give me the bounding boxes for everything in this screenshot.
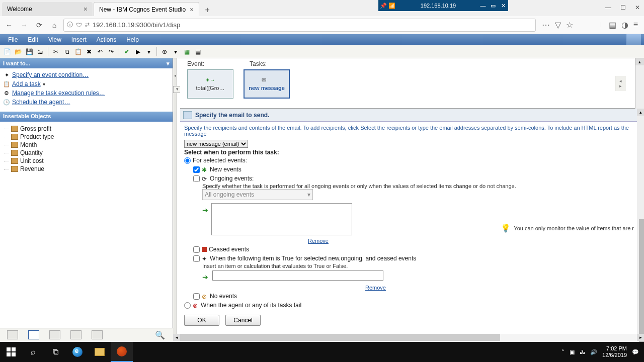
search-icon[interactable]: ⌕: [22, 342, 44, 362]
redo-icon[interactable]: ↷: [106, 47, 116, 57]
account-icon[interactable]: ◑: [621, 20, 628, 30]
paste-icon[interactable]: 📋: [73, 47, 83, 57]
perm-icon[interactable]: ⇄: [85, 22, 90, 28]
minimize-icon[interactable]: —: [605, 4, 611, 11]
grid-icon[interactable]: ▦: [182, 47, 192, 57]
canvas-vscroll[interactable]: ▴: [635, 58, 644, 109]
library-icon[interactable]: ⫴: [600, 20, 604, 30]
task-select[interactable]: new message (email): [184, 140, 248, 148]
start-button[interactable]: [0, 342, 22, 362]
new-tab-button[interactable]: +: [200, 4, 214, 16]
radio-for-selected[interactable]: [184, 157, 191, 164]
delete-icon[interactable]: ✖: [84, 47, 94, 57]
remove-link[interactable]: Remove: [308, 238, 329, 244]
tab-welcome[interactable]: Welcome ×: [2, 2, 93, 16]
detail-vscroll[interactable]: ▴: [637, 109, 644, 334]
tree-item[interactable]: Unit cost: [4, 157, 169, 165]
tab-parameters[interactable]: [70, 330, 82, 339]
tab-functions[interactable]: [49, 330, 60, 339]
ongoing-dropdown[interactable]: All ongoing events ▾: [202, 189, 313, 200]
validate-icon[interactable]: ✔: [122, 47, 132, 57]
save-icon[interactable]: 💾: [24, 47, 34, 57]
undo-icon[interactable]: ↶: [95, 47, 105, 57]
tray-chevron-icon[interactable]: ˄: [561, 349, 565, 355]
check-ceased[interactable]: [193, 246, 200, 253]
maximize-icon[interactable]: ☐: [620, 4, 626, 11]
home-button[interactable]: ⌂: [48, 19, 60, 31]
link-schedule-agent[interactable]: Schedule the agent…: [12, 99, 70, 106]
canvas-paginate[interactable]: ◂▸: [615, 76, 626, 91]
check-no-events[interactable]: [193, 293, 200, 300]
notifications-icon[interactable]: 💬: [632, 349, 639, 355]
menu-file[interactable]: File: [3, 36, 23, 43]
pocket-icon[interactable]: ▽: [555, 20, 561, 30]
splitter-left[interactable]: ◂ ▾: [173, 58, 177, 341]
network-icon[interactable]: 🖧: [580, 349, 585, 355]
link-add-task[interactable]: Add a task: [12, 80, 41, 87]
clock[interactable]: 7:02 PM 12/6/2019: [602, 345, 627, 358]
check-when-true[interactable]: [193, 255, 200, 262]
menu-view[interactable]: View: [43, 36, 66, 43]
menu-edit[interactable]: Edit: [23, 36, 43, 43]
star-icon[interactable]: ☆: [566, 20, 573, 30]
copy-icon[interactable]: ⧉: [62, 47, 72, 57]
taskbar-firefox[interactable]: [111, 342, 133, 362]
menu-icon[interactable]: ≡: [633, 20, 638, 30]
remove-link-2[interactable]: Remove: [365, 285, 386, 291]
reload-button[interactable]: ⟳: [33, 19, 45, 31]
tree-item[interactable]: Revenue: [4, 165, 169, 173]
search-icon[interactable]: 🔍: [155, 330, 166, 339]
tab-source[interactable]: [7, 330, 18, 339]
close-icon[interactable]: ×: [190, 6, 194, 14]
tray-app-icon[interactable]: ▣: [570, 349, 575, 355]
collapse-left-icon[interactable]: ◂: [174, 73, 176, 78]
menu-insert[interactable]: Insert: [66, 36, 92, 43]
tree-item[interactable]: Gross profit: [4, 125, 169, 133]
shield-icon[interactable]: 🛡: [76, 22, 82, 29]
cut-icon[interactable]: ✂: [51, 47, 61, 57]
monitor-items-box[interactable]: [211, 203, 352, 235]
dropdown-icon[interactable]: ▾: [43, 81, 45, 87]
remote-restore-icon[interactable]: ▭: [488, 3, 498, 9]
volume-icon[interactable]: 🔊: [590, 349, 597, 355]
remote-minimize-icon[interactable]: —: [478, 3, 488, 9]
ok-button[interactable]: OK: [184, 315, 219, 326]
link-manage-rules[interactable]: Manage the task execution rules…: [12, 89, 105, 97]
i-want-to-header[interactable]: I want to... ▾: [0, 58, 173, 68]
more-icon[interactable]: ⋯: [542, 20, 550, 30]
tab-event-studio[interactable]: New - IBM Cognos Event Studio ×: [94, 2, 199, 16]
radio-agent-fail[interactable]: [184, 302, 191, 309]
open-icon[interactable]: 📂: [13, 47, 23, 57]
info-icon[interactable]: ⓘ: [67, 21, 73, 29]
forward-button[interactable]: →: [18, 19, 30, 31]
add-icon[interactable]: ⊕: [159, 47, 170, 57]
new-icon[interactable]: 📄: [2, 47, 12, 57]
task-card-new-message[interactable]: ✉ new message: [244, 69, 290, 99]
remote-close-icon[interactable]: ✕: [498, 3, 508, 9]
tree-item[interactable]: Quantity: [4, 149, 169, 157]
tree-item[interactable]: Product type: [4, 133, 169, 141]
expression-input[interactable]: [212, 270, 383, 281]
check-ongoing[interactable]: [193, 175, 200, 182]
task-view-icon[interactable]: ⧉: [44, 342, 66, 362]
link-specify-condition[interactable]: Specify an event condition…: [12, 71, 89, 78]
taskbar-ie[interactable]: [66, 342, 89, 362]
cancel-button[interactable]: Cancel: [225, 315, 261, 326]
close-icon[interactable]: ✕: [635, 4, 640, 11]
check-new-events[interactable]: [193, 166, 200, 173]
back-button[interactable]: ←: [3, 19, 15, 31]
taskbar-explorer[interactable]: [89, 342, 111, 362]
tab-run-history[interactable]: [92, 330, 103, 339]
pin-icon[interactable]: 📌: [378, 3, 388, 9]
insertable-header[interactable]: Insertable Objects: [0, 112, 173, 122]
url-field[interactable]: ⓘ 🛡 ⇄ 192.168.10.19:9300/bi/v1/disp: [63, 19, 536, 32]
menu-help[interactable]: Help: [121, 36, 144, 43]
tab-data-items[interactable]: [28, 330, 39, 339]
saveas-icon[interactable]: 🗂: [35, 47, 45, 57]
add-drop-icon[interactable]: ▾: [171, 47, 181, 57]
tree-item[interactable]: Month: [4, 141, 169, 149]
sidebar-icon[interactable]: ▤: [609, 20, 616, 30]
close-icon[interactable]: ×: [84, 5, 88, 13]
run-icon[interactable]: ▶: [133, 47, 143, 57]
table-icon[interactable]: ▤: [193, 47, 203, 57]
